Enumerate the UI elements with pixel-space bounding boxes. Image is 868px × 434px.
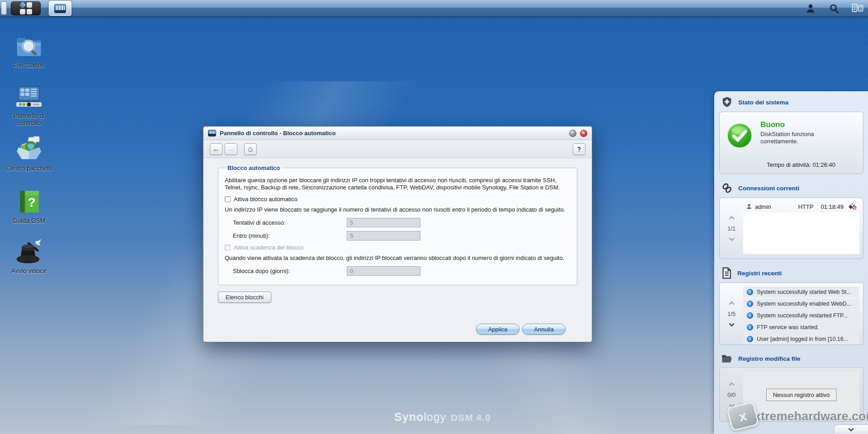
window-toolbar: ← → ⌂ ? [203,140,592,158]
taskbar-right-area [805,0,863,17]
search-icon [829,3,840,14]
taskbar-app-control-panel[interactable] [49,1,71,16]
close-button[interactable]: ✕ [580,130,587,137]
desktop-icon-label: Pannello di controllo [4,112,54,127]
help-button[interactable]: ? [573,143,585,155]
back-icon: ← [212,145,220,153]
enable-expiry-checkbox[interactable] [225,245,231,250]
brand-rest: logy [424,410,446,423]
log-row[interactable]: i User [admin] logged in from [10.16... [743,334,859,344]
log-text: System successfully enabled WebD... [757,301,851,307]
synology-watermark: SynologyDSM 4.0 [394,410,491,424]
unblock-days-input[interactable] [347,266,420,276]
package-center-icon [15,136,43,162]
home-button[interactable]: ⌂ [244,143,257,155]
section-title: Stato del sistema [738,99,788,106]
main-menu-grid-icon [20,2,32,14]
uptime-text: Tempo di attività: 01:26:40 [767,161,835,168]
logs-pager: 1/5 [720,283,743,344]
fieldset-legend: Blocco automatico [226,165,282,171]
brand-bold: Syno [394,410,424,423]
page-indicator: 1/5 [727,311,736,317]
log-text: System successfully started Web St... [757,289,851,295]
page-down-icon[interactable] [729,236,735,241]
desktop-icon-package-center[interactable]: Centro pacchetti [0,136,58,172]
block-list-button[interactable]: Elenco blocchi [218,292,271,303]
status-description: DiskStation funziona correttamente. [760,131,837,145]
info-icon: i [747,336,753,342]
page-up-icon[interactable] [729,216,735,222]
enable-expiry-row: Attiva scadenza del blocco [225,244,571,251]
desktop-icon-dsm-help[interactable]: ? Guida DSM [0,189,58,224]
auto-block-fieldset: Blocco automatico Abilitare questa opzio… [218,165,577,285]
info-icon: i [747,324,753,330]
log-text: System successfully restarted FTP... [757,312,848,319]
login-attempts-input[interactable] [347,218,420,227]
disconnect-icon [848,203,857,210]
window-titlebar[interactable]: Pannello di controllo - Blocco automatic… [203,127,592,140]
forward-icon: → [227,145,235,153]
page-indicator: 1/1 [727,225,736,232]
apply-button[interactable]: Applica [476,324,519,335]
main-menu-button[interactable] [11,1,41,15]
desktop-icon-quick-start[interactable]: Avvio veloce [0,238,58,274]
file-log-pager: 0/0 [720,368,743,421]
enable-auto-block-checkbox[interactable] [225,196,231,202]
minimize-button[interactable] [569,130,576,137]
disconnect-button[interactable] [848,203,857,211]
log-text: FTP service was started. [757,324,819,330]
info-icon: i [747,312,753,319]
unblock-days-row: Sblocca dopo (giorni): [233,266,571,276]
show-desktop-button[interactable] [1,1,7,15]
log-row[interactable]: i System successfully started Web St... [743,287,859,297]
search-button[interactable] [828,3,840,14]
window-title-icon [208,130,216,137]
login-attempts-label: Tentativi di accesso: [233,219,347,226]
log-text: User [admin] logged in from [10.16... [757,336,848,342]
connections-pager: 1/1 [720,198,743,259]
log-row[interactable]: i System successfully restarted FTP... [743,310,859,321]
log-row[interactable]: i System successfully enabled WebD... [743,298,859,309]
log-document-icon [721,267,732,279]
pilot-view-button[interactable] [852,3,863,14]
connections-card: 1/1 admin HTTP 01:18:49 [719,198,863,259]
taskbar-texture [0,0,868,16]
within-minutes-input[interactable] [347,231,420,241]
user-menu-button[interactable] [805,3,816,14]
widget-panel-collapse-button[interactable] [834,425,868,434]
taskbar [0,0,868,17]
page-up-icon[interactable] [729,301,735,307]
link-icon [721,182,733,194]
desktop: File Station Pannello di controllo [0,0,868,434]
enable-auto-block-label: Attiva blocco automatico [234,196,297,203]
expiry-note: Quando viene attivata la scadenza del bl… [225,255,571,262]
file-station-icon [15,33,42,59]
desktop-icon-label: Centro pacchetti [4,165,54,172]
page-down-icon[interactable] [729,402,735,408]
info-icon: i [747,289,753,295]
quick-start-icon [15,238,43,264]
cancel-button[interactable]: Annulla [522,324,566,335]
file-log-empty-area: Nessun registro attivo [743,372,859,418]
connection-protocol: HTTP [798,203,813,210]
enable-auto-block-row: Attiva blocco automatico [225,196,571,203]
log-row[interactable]: i FTP service was started. [743,322,859,333]
status-ok-icon [726,122,753,149]
desktop-icon-control-panel[interactable]: Pannello di controllo [0,83,58,127]
no-active-log-label: Nessun registro attivo [766,389,837,401]
chevron-down-icon [848,426,854,432]
page-down-icon[interactable] [729,321,735,327]
connection-user: admin [755,203,771,210]
login-attempts-row: Tentativi di accesso: [233,218,571,227]
info-icon: i [747,301,753,307]
back-button[interactable]: ← [210,143,222,155]
enable-expiry-label: Attiva scadenza del blocco [234,244,303,251]
connection-time: 01:18:49 [821,203,844,210]
file-change-log-card: 0/0 Nessun registro attivo [719,368,863,422]
page-up-icon[interactable] [729,382,735,388]
forward-button[interactable]: → [225,143,237,155]
desktop-icon-file-station[interactable]: File Station [0,33,58,69]
widget-panel: Stato del sistema Buono DiskStation funz… [714,91,868,434]
status-value: Buono [760,120,837,129]
recent-logs-card: 1/5 i System successfully started Web St… [719,283,863,345]
